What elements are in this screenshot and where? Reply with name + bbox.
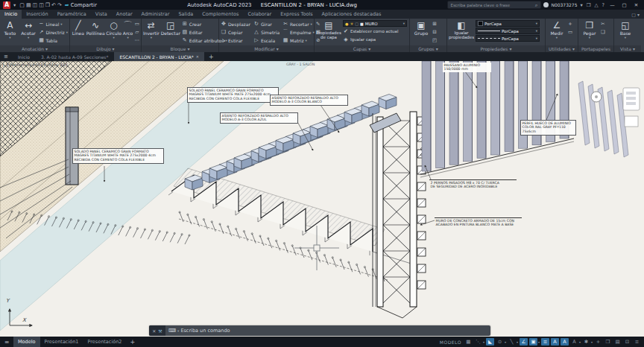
simetr-a-button[interactable]: △Simetría	[253, 28, 280, 36]
circulo-button[interactable]: ○ Círculo ▾	[107, 20, 121, 39]
layer-dropdown[interactable]: ● ☀ □ ■ MURO ▾	[343, 20, 407, 27]
clean-screen-icon[interactable]: ⊡	[623, 338, 631, 346]
close-tab-icon[interactable]: ✕	[196, 54, 199, 59]
tool-icon[interactable]: ▱	[135, 28, 140, 36]
command-line-handle[interactable]: ✕ ⚒	[149, 325, 165, 336]
app-logo[interactable]: A	[3, 1, 10, 9]
directriz-button[interactable]: ↗ Directriz ▾	[38, 28, 68, 36]
ribbon-tab-vista[interactable]: Vista	[91, 10, 112, 19]
tool-icon[interactable]: ❏	[601, 28, 605, 36]
ribbon-tab-express-tools[interactable]: Express Tools	[276, 10, 317, 19]
status-menu-icon[interactable]: ≡	[633, 338, 641, 346]
polilinea-button[interactable]: ∿ Polilínea	[86, 20, 105, 36]
tabla-button[interactable]: ▦ Tabla	[38, 36, 68, 44]
recortar-button[interactable]: ✂Recortar▾	[282, 20, 315, 28]
ribbon-tab-salida[interactable]: Salida	[174, 10, 198, 19]
model-space-label[interactable]: MODELO	[440, 340, 461, 345]
invertir-button[interactable]: ⇄ Invertir ▾	[143, 20, 160, 39]
open-icon[interactable]: ▤	[25, 2, 32, 8]
caret-down-icon[interactable]: ▾	[538, 340, 540, 344]
panel-dropdown-anotacion[interactable]: Anotación▾	[0, 45, 69, 52]
save-as-icon[interactable]: ◫	[38, 2, 45, 8]
panel-dropdown-utilidades[interactable]: Utilidades▾	[546, 45, 578, 52]
igualar-propiedades-button[interactable]: ◧ Igualar propiedades	[449, 20, 474, 39]
ribbon-tab-colaborar[interactable]: Colaborar	[243, 10, 276, 19]
lineweight-icon[interactable]: ≡	[541, 338, 549, 346]
layout-menu-icon[interactable]: ≡	[0, 337, 13, 347]
command-input[interactable]: Escriba un comando	[180, 328, 230, 334]
ribbon-options-button[interactable]: ▢ ▾	[627, 10, 644, 19]
new-drawing-button[interactable]: +	[205, 52, 218, 61]
panel-dropdown-modificar[interactable]: Modificar▾	[219, 45, 314, 52]
health-report-icon[interactable]: △	[594, 2, 599, 8]
base-button[interactable]: ◱ Base ▾	[616, 20, 635, 39]
isolate-objects-icon[interactable]: +	[594, 338, 602, 346]
tool-icon[interactable]: ✂	[601, 20, 605, 28]
igualar-capa-button[interactable]: ◈ Igualar capa	[343, 36, 408, 43]
ribbon-tab-inicio[interactable]: Inicio	[0, 10, 22, 19]
doc-tab-escantillon-2-bryan-lucia[interactable]: ESCANTILLON 2 - BRYAN - LUCIA*✕	[114, 52, 204, 61]
polar-tracking-icon[interactable]: ⊙	[496, 338, 504, 346]
copiar-button[interactable]: ❏Copiar	[221, 28, 250, 36]
escala-button[interactable]: ▷Escala	[253, 36, 280, 44]
empalme-button[interactable]: ⌒Empalme▾	[282, 28, 315, 36]
tray-icon[interactable]: ▤	[613, 338, 622, 346]
account-caret-icon[interactable]: ▾	[579, 2, 583, 8]
object-snap-tracking-icon[interactable]: ∠	[520, 338, 528, 346]
caret-down-icon[interactable]: ▾	[591, 340, 593, 344]
estirar-button[interactable]: ↘Estirar	[221, 36, 250, 44]
layout-tab-presentaci-n1[interactable]: Presentación1	[40, 337, 83, 347]
minimize-button[interactable]: —	[607, 2, 617, 8]
tool-icon[interactable]: ⋯	[135, 36, 140, 44]
panel-dropdown-bloque[interactable]: Bloque▾	[142, 45, 218, 52]
plot-icon[interactable]: ❐	[45, 2, 51, 8]
grid-icon[interactable]: ▦	[464, 338, 473, 346]
ribbon-tab-aplicaciones-destacadas[interactable]: Aplicaciones destacadas	[318, 10, 386, 19]
medir-button[interactable]: ∠ Medir ▾	[547, 20, 566, 39]
share-button[interactable]: ➦ Compartir	[65, 2, 97, 8]
ribbon-tab-anotar[interactable]: Anotar	[112, 10, 137, 19]
caret-down-icon[interactable]: ▾	[483, 340, 484, 344]
pegar-button[interactable]: ❒ Pegar ▾	[580, 20, 599, 39]
snap-mode-icon[interactable]: ⋱	[474, 338, 482, 346]
matriz-button[interactable]: ▦Matriz▾	[282, 36, 315, 44]
propiedades-de-capa-button[interactable]: ▤ Propiedades de capa	[316, 20, 341, 39]
search-input[interactable]: Escriba palabra clave o frase ⌕	[447, 1, 541, 9]
linetype-dropdown[interactable]: PorCapa ▾	[476, 35, 540, 42]
undo-icon[interactable]: ↶	[51, 2, 57, 8]
tool-icon[interactable]: ⊞	[432, 20, 437, 28]
new-file-icon[interactable]: ▢	[19, 2, 25, 8]
app-store-icon[interactable]: ❒	[586, 2, 592, 8]
restore-button[interactable]: ▢	[619, 2, 629, 8]
caret-down-icon[interactable]: ▾	[505, 340, 506, 344]
panel-dropdown-dibujo[interactable]: Dibujo▾	[70, 45, 141, 52]
ribbon-tab-inserci-n[interactable]: Inserción	[22, 10, 52, 19]
new-layout-button[interactable]: +	[126, 337, 139, 347]
establecer-como-actual-button[interactable]: ✔ Establecer como actual	[343, 28, 408, 35]
tool-icon[interactable]: ◰	[432, 36, 437, 44]
caret-down-icon[interactable]: ▾	[579, 340, 581, 344]
customization-icon[interactable]: ✱	[582, 338, 590, 346]
ribbon-tab-administrar[interactable]: Administrar	[137, 10, 174, 19]
object-color-dropdown[interactable]: PorCapa ▾	[476, 20, 540, 27]
redo-icon[interactable]: ↷	[57, 2, 63, 8]
save-icon[interactable]: ◫	[32, 2, 39, 8]
app-menu-caret-icon[interactable]: ▾	[13, 2, 16, 8]
username[interactable]: N00373275	[551, 2, 577, 7]
drawing-viewport[interactable]: [-][Personalizada][Estilos 2D] GRAY - 1 …	[0, 61, 644, 337]
ribbon-tab-param-trica[interactable]: Paramétrica	[53, 10, 91, 19]
acotar-button[interactable]: ↔ Acotar ▾	[20, 20, 37, 39]
plot-status-icon[interactable]: ❐	[604, 338, 612, 346]
ribbon-tab-complementos[interactable]: Complementos	[198, 10, 243, 19]
command-line[interactable]: ✕ ⚒ ⌨ ▾ Escriba un comando	[149, 325, 490, 336]
panel-dropdown-capas[interactable]: Capas▾	[315, 45, 409, 52]
detectar-button[interactable]: ◲ Detectar	[161, 20, 180, 36]
isometric-drafting-icon[interactable]: ╲	[508, 338, 516, 346]
tool-icon[interactable]: ▭	[568, 28, 572, 36]
grupo-button[interactable]: ▣ Grupo	[411, 20, 431, 36]
customize-icon[interactable]: ⚒	[158, 328, 162, 334]
panel-dropdown-propiedades[interactable]: Propiedades▾	[447, 45, 545, 52]
panel-dropdown-grupos[interactable]: Grupos▾	[410, 45, 446, 52]
viewport-controls[interactable]: [-][Personalizada][Estilos 2D]	[2, 62, 67, 67]
auto-annotation-icon[interactable]: A	[570, 338, 578, 346]
